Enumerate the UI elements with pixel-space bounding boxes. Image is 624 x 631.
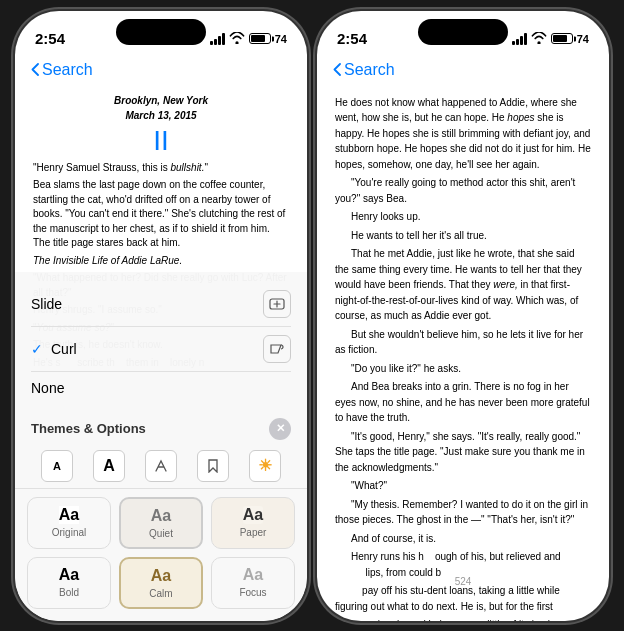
battery-icon (249, 33, 271, 44)
right-status-icons: 74 (512, 32, 589, 46)
reading-toolbar: A A ☀ (15, 444, 307, 489)
theme-calm-aa: Aa (151, 567, 171, 585)
slide-options: Slide ✓ Curl (15, 272, 307, 410)
dynamic-island (116, 19, 206, 45)
right-book-content: He does not know what happened to Addie,… (317, 85, 609, 621)
signal-icon (210, 33, 225, 45)
book-location: Brooklyn, New York March 13, 2015 (33, 93, 289, 123)
slide-option-none[interactable]: None (31, 372, 291, 404)
close-button[interactable]: ✕ (269, 418, 291, 440)
right-wifi-icon (531, 32, 547, 46)
slide-icon (263, 290, 291, 318)
right-back-label: Search (344, 61, 395, 79)
bottom-panel: Slide ✓ Curl (15, 272, 307, 621)
right-para-3: Henry looks up. (335, 209, 591, 225)
right-para-8: And Bea breaks into a grin. There is no … (335, 379, 591, 426)
theme-focus-label: Focus (239, 587, 266, 598)
theme-focus-aa: Aa (243, 566, 263, 584)
theme-quiet-aa: Aa (151, 507, 171, 525)
book-para-2: Bea slams the last page down on the coff… (33, 178, 289, 251)
theme-focus[interactable]: Aa Focus (211, 557, 295, 609)
themes-title: Themes & Options (31, 421, 146, 436)
right-signal-icon (512, 33, 527, 45)
battery-percent: 74 (275, 33, 287, 45)
left-status-icons: 74 (210, 32, 287, 46)
theme-calm[interactable]: Aa Calm (119, 557, 203, 609)
right-para-1: He does not know what happened to Addie,… (335, 95, 591, 173)
chapter-number: II (33, 127, 289, 155)
right-para-2: "You're really going to method actor thi… (335, 175, 591, 206)
theme-paper-aa: Aa (243, 506, 263, 524)
right-para-10: "What?" (335, 478, 591, 494)
left-back-label: Search (42, 61, 93, 79)
right-dynamic-island (418, 19, 508, 45)
left-back-button[interactable]: Search (31, 61, 93, 79)
right-time: 2:54 (337, 30, 367, 47)
right-para-15: has: sim-ply, and he's seen so little of… (335, 617, 591, 621)
left-time: 2:54 (35, 30, 65, 47)
right-para-9: "It's good, Henry," she says. "It's real… (335, 429, 591, 476)
brightness-button[interactable]: ☀ (249, 450, 281, 482)
right-para-12: And of course, it is. (335, 531, 591, 547)
slide-label: Slide (31, 296, 263, 312)
theme-paper-label: Paper (240, 527, 267, 538)
wifi-icon (229, 32, 245, 46)
font-small-button[interactable]: A (41, 450, 73, 482)
font-large-button[interactable]: A (93, 450, 125, 482)
theme-original-label: Original (52, 527, 86, 538)
check-icon: ✓ (31, 341, 43, 357)
theme-original-aa: Aa (59, 506, 79, 524)
slide-option-slide[interactable]: Slide (31, 282, 291, 327)
slide-option-curl[interactable]: ✓ Curl (31, 327, 291, 372)
curl-label: Curl (51, 341, 263, 357)
theme-quiet-label: Quiet (149, 528, 173, 539)
right-battery-percent: 74 (577, 33, 589, 45)
font-style-button[interactable] (145, 450, 177, 482)
right-para-11: "My thesis. Remember? I wanted to do it … (335, 497, 591, 528)
theme-bold[interactable]: Aa Bold (27, 557, 111, 609)
none-label: None (31, 380, 291, 396)
right-para-7: "Do you like it?" he asks. (335, 361, 591, 377)
theme-grid: Aa Original Aa Quiet Aa Paper Aa Bold Aa (15, 489, 307, 621)
right-para-6: But she wouldn't believe him, so he lets… (335, 327, 591, 358)
theme-bold-aa: Aa (59, 566, 79, 584)
curl-icon (263, 335, 291, 363)
book-para-3: The Invisible Life of Addie LaRue. (33, 254, 289, 269)
page-number: 524 (317, 572, 609, 591)
themes-header: Themes & Options ✕ (15, 410, 307, 444)
left-nav-bar: Search (15, 55, 307, 85)
bookmark-button[interactable] (197, 450, 229, 482)
theme-calm-label: Calm (149, 588, 172, 599)
right-para-5: That he met Addie, just like he wrote, t… (335, 246, 591, 324)
theme-bold-label: Bold (59, 587, 79, 598)
theme-quiet[interactable]: Aa Quiet (119, 497, 203, 549)
right-back-button[interactable]: Search (333, 61, 395, 79)
theme-original[interactable]: Aa Original (27, 497, 111, 549)
right-nav-bar: Search (317, 55, 609, 85)
right-battery-icon (551, 33, 573, 44)
right-para-4: He wants to tell her it's all true. (335, 228, 591, 244)
left-phone: 2:54 74 (15, 11, 307, 621)
book-para-1: "Henry Samuel Strauss, this is bullshit.… (33, 161, 289, 176)
theme-paper[interactable]: Aa Paper (211, 497, 295, 549)
right-phone: 2:54 74 (317, 11, 609, 621)
